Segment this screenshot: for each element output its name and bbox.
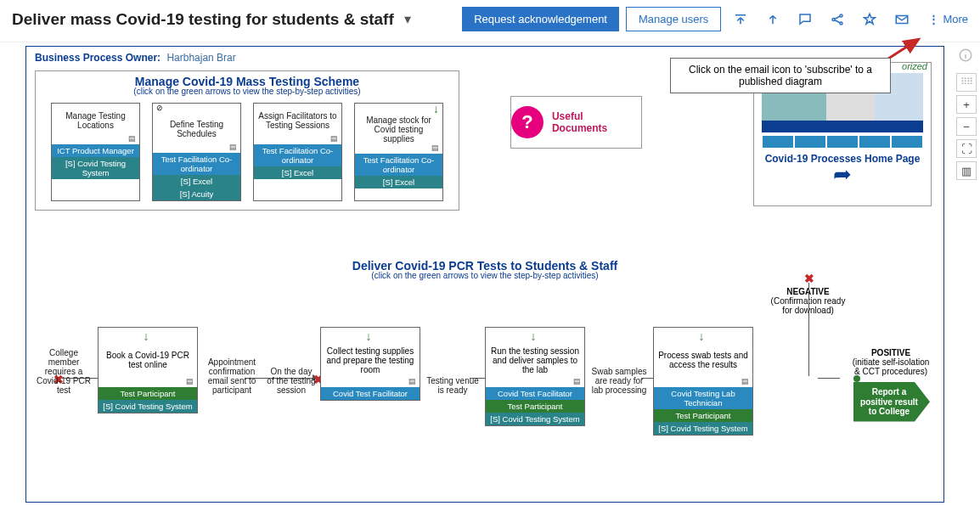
thumbnail-icon[interactable]: ▥ <box>956 161 977 180</box>
task-title: Process swab tests and access the result… <box>654 340 752 377</box>
task-book-test[interactable]: ↓ Book a Covid-19 PCR test online ▤ Test… <box>98 327 198 413</box>
drag-handle-icon[interactable]: ⠿⠿ <box>956 73 977 92</box>
task-system: [S] Covid Testing System <box>486 413 584 425</box>
task-system: [S] Excel <box>153 175 240 188</box>
help-icon: ? <box>511 106 544 138</box>
task-title: Run the testing session and deliver samp… <box>486 340 584 377</box>
task-title: Book a Covid-19 PCR test online <box>99 340 197 377</box>
task-system: [S] Covid Testing System <box>654 422 752 435</box>
task-system: [S] Acuity <box>153 188 240 200</box>
fit-to-screen-button[interactable]: ⛶ <box>956 139 977 158</box>
flow-start-label: College member requires a Covid-19 PCR t… <box>33 327 94 429</box>
flow-label: Testing venue is ready <box>424 327 482 429</box>
flow-label: Swab samples are ready for lab processin… <box>589 327 650 429</box>
svg-point-0 <box>832 18 835 20</box>
task-define-schedules[interactable]: ⊘ Define Testing Schedules ▤ Test Facili… <box>152 103 241 201</box>
task-system: [S] Covid Testing System <box>52 157 139 179</box>
zoom-out-button[interactable]: − <box>956 117 977 136</box>
task-process-swabs[interactable]: ↓ Process swab tests and access the resu… <box>653 327 753 436</box>
svg-point-2 <box>840 22 842 25</box>
task-role: Test Participant <box>486 400 584 413</box>
task-role: Test Facilitation Co-ordinator <box>153 153 240 175</box>
useful-documents-card[interactable]: ? Useful Documents <box>510 96 642 149</box>
info-icon[interactable] <box>958 48 973 66</box>
share-icon[interactable] <box>828 10 847 29</box>
task-role: Test Facilitation Co-ordinator <box>355 154 442 176</box>
task-title: Define Testing Schedules <box>153 112 240 143</box>
task-role: Covid Test Facilitator <box>321 387 420 400</box>
manage-scheme-subtitle: (click on the green arrows to view the s… <box>133 87 360 96</box>
task-system: [S] Excel <box>254 166 341 179</box>
star-icon[interactable] <box>860 10 879 29</box>
homepage-tiles <box>763 136 922 148</box>
title-caret-icon[interactable]: ▾ <box>404 11 411 27</box>
task-role: Covid Testing Lab Technician <box>654 387 752 409</box>
manage-users-button[interactable]: Manage users <box>626 7 721 31</box>
tooltip-callout: Click on the email icon to 'subscribe' t… <box>670 58 891 93</box>
flow-label: Appointment confirmation email sent to p… <box>201 327 262 429</box>
task-role: Test Participant <box>99 387 197 400</box>
task-role: ICT Product Manager <box>52 144 139 157</box>
task-run-session[interactable]: ↓ Run the testing session and deliver sa… <box>485 327 585 426</box>
request-acknowledgement-button[interactable]: Request acknowledgement <box>462 7 619 31</box>
svg-point-1 <box>840 14 842 17</box>
task-title: Assign Facilitators to Testing Sessions <box>254 104 341 134</box>
comment-icon[interactable] <box>796 10 814 29</box>
flow-label: On the day of the testing session <box>266 327 317 429</box>
page-title: Deliver mass Covid-19 testing for studen… <box>12 10 394 29</box>
task-system: [S] Excel <box>355 176 442 188</box>
task-assign-facilitators[interactable]: Assign Facilitators to Testing Sessions … <box>253 103 342 201</box>
owner-name: Harbhajan Brar <box>166 52 235 64</box>
manage-scheme-section: Manage Covid-19 Mass Testing Scheme (cli… <box>35 70 459 211</box>
more-button[interactable]: ⋮More <box>928 13 968 25</box>
subscribe-email-icon[interactable] <box>893 10 911 29</box>
task-role: Covid Test Facilitator <box>486 387 584 400</box>
red-x-icon: ✖ <box>804 272 814 285</box>
task-manage-locations[interactable]: Manage Testing Locations ▤ ICT Product M… <box>51 103 140 201</box>
useful-documents-label: Useful Documents <box>552 110 641 134</box>
task-title: Collect testing supplies and prepare the… <box>321 340 420 377</box>
task-role: Test Facilitation Co-ordinator <box>254 144 341 166</box>
task-title: Manage stock for Covid testing supplies <box>355 112 442 143</box>
task-collect-supplies[interactable]: ↓ Collect testing supplies and prepare t… <box>320 327 420 401</box>
task-manage-stock[interactable]: ↓ Manage stock for Covid testing supplie… <box>354 103 443 201</box>
curved-arrow-icon: ➦ <box>833 161 852 188</box>
scroll-to-top-icon[interactable] <box>731 10 750 29</box>
zoom-in-button[interactable]: + <box>956 95 977 114</box>
task-system: [S] Covid Testing System <box>99 400 197 413</box>
upload-icon[interactable] <box>763 10 782 29</box>
task-role: Test Participant <box>654 409 752 422</box>
task-title: Manage Testing Locations <box>52 104 139 134</box>
